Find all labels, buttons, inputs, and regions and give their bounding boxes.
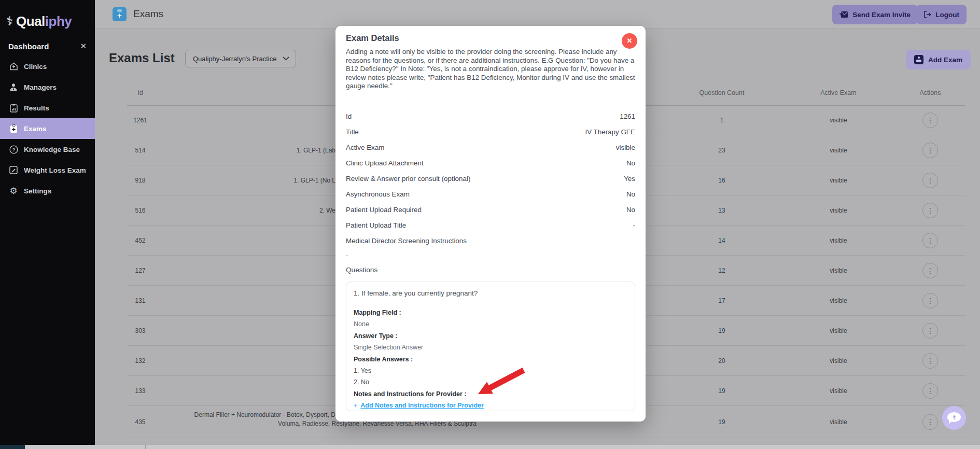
cell-actions: ⋮	[904, 165, 956, 195]
cell-question-count: 23	[670, 135, 774, 165]
column-header-question-count: Question Count	[670, 89, 774, 100]
field-value: 1261	[620, 113, 635, 120]
cell-actions: ⋮	[904, 105, 956, 135]
horizontal-scrollbar[interactable]	[0, 445, 980, 449]
chat-launcher-button[interactable]: ⚕	[942, 406, 966, 430]
cell-question-count: 12	[670, 256, 774, 286]
answer-type-value: Single Selection Answer	[354, 342, 627, 353]
column-header-actions: Actions	[904, 89, 956, 100]
sidebar: ⚕ Qualiphy Dashboard ✕ ClinicsManagersRe…	[0, 0, 95, 445]
possible-answers-label: Possible Answers :	[354, 354, 627, 365]
sidebar-item-label: Settings	[24, 187, 51, 195]
sidebar-item-managers[interactable]: Managers	[0, 77, 95, 97]
field-row: Active Examvisible	[346, 139, 635, 155]
stethoscope-icon: ⚕	[6, 15, 13, 27]
row-actions-button[interactable]: ⋮	[922, 263, 938, 278]
cell-question-count: 19	[670, 376, 774, 406]
field-value: IV Therapy GFE	[585, 128, 635, 136]
chevron-down-icon	[283, 57, 289, 61]
cell-question-count: 13	[670, 195, 774, 226]
cell-active-exam: visible	[787, 346, 890, 376]
modal-title: Exam Details	[346, 33, 399, 43]
chat-bubble-icon: ⚕	[947, 412, 961, 422]
sidebar-item-weight-loss-exam[interactable]: Weight Loss Exam	[0, 160, 95, 180]
notes-label: Notes and Instructions for Provider :	[354, 388, 627, 400]
exam-clipboard-icon	[113, 7, 127, 21]
gear-icon: ⚙	[8, 186, 19, 196]
logout-button[interactable]: Logout	[916, 5, 967, 24]
column-header-id: Id	[95, 89, 186, 100]
sidebar-item-clinics[interactable]: Clinics	[0, 56, 95, 77]
row-actions-button[interactable]: ⋮	[922, 414, 938, 430]
field-row: Asynchronous ExamNo	[346, 186, 635, 202]
sidebar-item-exams[interactable]: Exams	[0, 118, 95, 139]
field-label: Asynchronous Exam	[346, 190, 410, 198]
row-actions-button[interactable]: ⋮	[922, 233, 938, 248]
row-actions-button[interactable]: ⋮	[922, 113, 938, 128]
modal-close-button[interactable]: ✕	[622, 33, 637, 49]
sidebar-item-knowledge-base[interactable]: ?Knowledge Base	[0, 139, 95, 160]
field-label: Clinic Upload Attachment	[346, 159, 424, 167]
field-row: Patient Upload RequiredNo	[346, 202, 635, 217]
cell-active-exam: visible	[787, 286, 890, 316]
row-actions-button[interactable]: ⋮	[922, 323, 938, 339]
row-actions-button[interactable]: ⋮	[922, 173, 938, 188]
question-card: 1. If female, are you currently pregnant…	[346, 282, 635, 411]
field-label: Medical Director Screening Instructions	[346, 237, 467, 245]
add-notes-link[interactable]: + Add Notes and Instructions for Provide…	[354, 400, 627, 411]
cell-question-count: 1	[670, 105, 774, 135]
sidebar-close-icon[interactable]: ✕	[80, 41, 87, 51]
row-actions-button[interactable]: ⋮	[922, 143, 938, 158]
exam-details-modal: Exam Details ✕ Adding a note will only b…	[335, 26, 646, 422]
field-value: No	[626, 159, 635, 167]
cell-active-exam: visible	[787, 135, 890, 165]
field-value: No	[626, 190, 635, 198]
row-actions-button[interactable]: ⋮	[922, 293, 938, 308]
cell-actions: ⋮	[904, 376, 956, 406]
field-value: -	[346, 248, 635, 262]
modal-description: Adding a note will only be visible to th…	[346, 48, 636, 91]
cell-active-exam: visible	[787, 165, 890, 195]
possible-answer: 1. Yes	[354, 365, 627, 376]
cell-active-exam: visible	[787, 406, 890, 438]
cell-actions: ⋮	[904, 195, 956, 226]
send-exam-invite-button[interactable]: Send Exam Invite	[832, 5, 918, 24]
svg-text:?: ?	[12, 147, 15, 152]
app-root: ⚕ Qualiphy Dashboard ✕ ClinicsManagersRe…	[0, 0, 980, 449]
scrollbar-divider	[145, 445, 146, 449]
topbar: Exams Send Exam Invite Logout	[95, 0, 980, 29]
field-label: Review & Answer prior consult (optional)	[346, 175, 470, 183]
sidebar-item-label: Results	[24, 104, 49, 112]
field-value: -	[633, 221, 635, 229]
clipboard-chart-icon	[8, 103, 19, 113]
cell-active-exam: visible	[787, 376, 890, 406]
sidebar-item-label: Weight Loss Exam	[24, 166, 86, 174]
clinic-dropdown-value: Qualiphy-Jerralyn's Practice	[193, 55, 276, 63]
logout-icon	[923, 11, 931, 18]
sidebar-header: Dashboard ✕	[0, 36, 95, 56]
sidebar-item-label: Knowledge Base	[24, 146, 80, 153]
cell-actions: ⋮	[904, 135, 956, 165]
cell-actions: ⋮	[904, 346, 956, 376]
row-divider	[127, 438, 965, 438]
mapping-field-value: None	[354, 318, 627, 330]
sidebar-item-settings[interactable]: ⚙Settings	[0, 180, 95, 201]
cell-active-exam: visible	[787, 195, 890, 226]
dashboard-title: Dashboard	[8, 42, 49, 51]
cell-actions: ⋮	[904, 316, 956, 346]
row-actions-button[interactable]: ⋮	[922, 353, 938, 369]
field-label: Active Exam	[346, 144, 384, 151]
add-exam-button[interactable]: Add Exam	[906, 50, 971, 69]
scrollbar-thumb[interactable]	[0, 445, 25, 449]
cell-question-count: 19	[670, 406, 774, 438]
row-actions-button[interactable]: ⋮	[922, 203, 938, 218]
cell-question-count: 17	[670, 286, 774, 316]
brand-logo: ⚕ Qualiphy	[0, 0, 95, 33]
field-value: Yes	[624, 175, 635, 183]
sidebar-item-results[interactable]: Results	[0, 97, 95, 118]
page-title: Exams List	[109, 51, 175, 65]
send-icon	[839, 11, 848, 18]
clinic-dropdown[interactable]: Qualiphy-Jerralyn's Practice	[185, 50, 296, 67]
mapping-field-label: Mapping Field :	[354, 307, 627, 318]
row-actions-button[interactable]: ⋮	[922, 383, 938, 399]
